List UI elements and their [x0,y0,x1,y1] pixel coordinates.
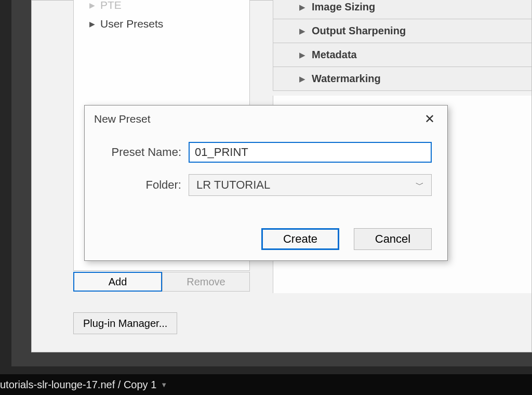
settings-accordion: ▶ Image Sizing ▶ Output Sharpening ▶ Met… [273,0,531,91]
preset-add-remove-row: Add Remove [73,272,250,292]
dropdown-triangle-icon[interactable]: ▼ [161,381,167,389]
tree-item-user-presets[interactable]: ▶ User Presets [74,15,249,33]
folder-select-value: LR TUTORIAL [196,178,270,192]
accordion-watermarking[interactable]: ▶ Watermarking [273,67,531,91]
accordion-metadata[interactable]: ▶ Metadata [273,43,531,67]
triangle-right-icon: ▶ [89,1,95,9]
preset-name-label: Preset Name: [100,146,189,159]
triangle-right-icon: ▶ [299,3,305,12]
triangle-right-icon: ▶ [89,20,95,28]
tree-item-label: User Presets [100,18,163,30]
preset-name-row: Preset Name: [100,142,432,163]
add-button[interactable]: Add [73,272,162,292]
status-filename: utorials-slr-lounge-17.nef / Copy 1 [0,379,156,391]
accordion-image-sizing[interactable]: ▶ Image Sizing [273,0,531,19]
accordion-label: Metadata [312,49,357,61]
new-preset-dialog: New Preset ✕ Preset Name: Folder: LR TUT… [84,105,448,261]
accordion-label: Image Sizing [312,1,375,13]
triangle-right-icon: ▶ [299,50,305,60]
dialog-titlebar: New Preset ✕ [85,106,447,130]
close-icon[interactable]: ✕ [421,111,438,127]
chevron-down-icon: ﹀ [416,180,424,191]
dialog-title: New Preset [94,113,151,125]
plugin-manager-button[interactable]: Plug-in Manager... [73,312,177,334]
cancel-button[interactable]: Cancel [354,228,432,250]
folder-select[interactable]: LR TUTORIAL ﹀ [189,174,432,196]
accordion-label: Watermarking [312,73,381,85]
remove-button: Remove [162,272,250,292]
accordion-label: Output Sharpening [312,25,406,37]
tree-item-label: PTE [100,0,122,11]
dialog-actions: Create Cancel [261,228,432,250]
accordion-output-sharpening[interactable]: ▶ Output Sharpening [273,19,531,43]
folder-row: Folder: LR TUTORIAL ﹀ [100,174,432,196]
filmstrip-statusbar: utorials-slr-lounge-17.nef / Copy 1 ▼ [0,374,532,395]
triangle-right-icon: ▶ [299,74,305,84]
tree-item-pte[interactable]: ▶ PTE [74,0,249,15]
preset-name-input[interactable] [189,142,432,163]
create-button[interactable]: Create [261,228,339,250]
folder-label: Folder: [100,178,189,192]
triangle-right-icon: ▶ [299,27,305,36]
plugin-row: Plug-in Manager... [73,312,177,334]
